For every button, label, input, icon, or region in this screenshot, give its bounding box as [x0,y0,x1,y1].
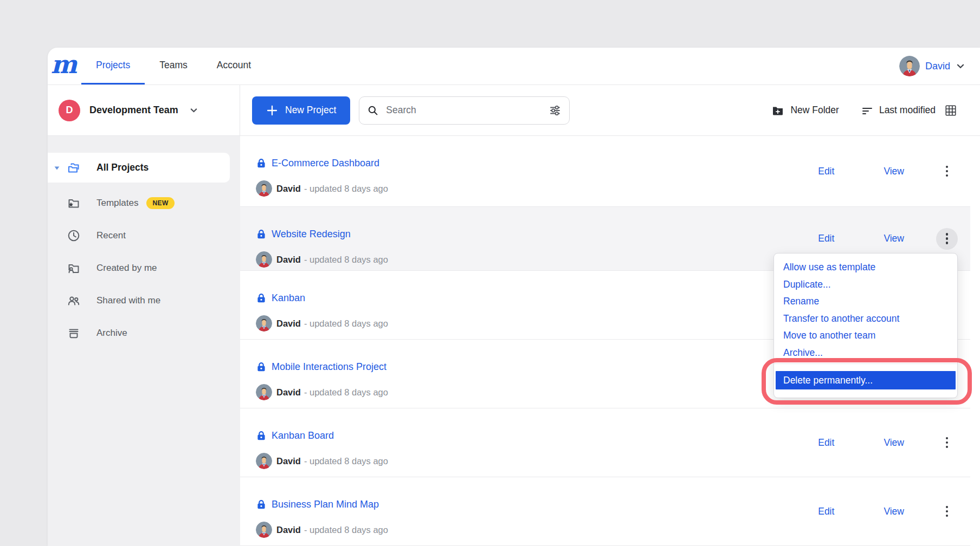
owner-name: David [276,525,301,535]
user-name: David [925,61,950,72]
owner-name: David [276,318,301,329]
grid-view-toggle[interactable] [944,104,957,117]
plus-icon [266,105,278,116]
view-button[interactable]: View [884,233,904,244]
sidebar-item-label: Archive [96,328,127,339]
new-folder-icon [771,104,784,117]
menu-item-move-team[interactable]: Move to another team [774,327,957,344]
archive-icon [67,326,81,340]
new-project-button[interactable]: New Project [252,96,350,125]
menu-separator [774,363,957,364]
edit-button[interactable]: Edit [818,506,834,517]
chevron-down-icon [189,106,198,115]
menu-item-rename[interactable]: Rename [774,293,957,310]
owner-avatar [256,315,272,332]
tab-account[interactable]: Account [202,48,266,84]
nav-tabs: Projects Teams Account [81,48,266,84]
lock-icon [256,158,267,168]
row-menu-kebab-icon[interactable] [936,432,958,453]
project-title-link[interactable]: Kanban [272,292,305,304]
sidebar-item-shared-with-me[interactable]: Shared with me [48,288,230,314]
edit-button[interactable]: Edit [818,437,834,448]
search-box [359,96,570,125]
updated-text: - updated 8 days ago [304,318,388,329]
view-button[interactable]: View [884,166,904,177]
sidebar-item-recent[interactable]: Recent [48,223,230,249]
project-title-link[interactable]: Business Plan Mind Map [272,499,379,510]
edit-button[interactable]: Edit [818,233,834,244]
lock-icon [256,430,267,441]
row-menu-kebab-icon[interactable] [936,228,958,250]
updated-text: - updated 8 days ago [304,255,388,265]
sidebar-item-all-projects[interactable]: All Projects [48,153,230,183]
sidebar: D Development Team [48,85,240,546]
search-icon [368,105,378,116]
view-button[interactable]: View [884,506,904,517]
project-context-menu: Allow use as template Duplicate... Renam… [773,253,958,398]
lock-icon [256,499,267,510]
lock-icon [256,361,267,372]
caret-down-icon[interactable] [54,165,60,171]
top-nav: m Projects Teams Account David [48,48,980,85]
menu-item-duplicate[interactable]: Duplicate... [774,276,957,294]
miro-logo[interactable]: m [55,48,73,84]
folder-person-icon [67,261,81,275]
updated-text: - updated 8 days ago [304,184,388,194]
updated-text: - updated 8 days ago [304,387,388,398]
menu-item-delete-permanently[interactable]: Delete permanently... [776,371,956,389]
filter-sliders-icon[interactable] [549,104,562,117]
lock-icon [256,292,267,303]
owner-avatar [256,251,272,268]
grid-icon [944,104,957,117]
sidebar-item-label: Templates [96,198,138,209]
updated-text: - updated 8 days ago [304,525,388,535]
project-title-link[interactable]: Mobile Interactions Project [272,361,386,373]
chevron-down-icon [956,61,965,71]
project-row-e-commerce-dashboard: E-Commerce Dashboard David - updated 8 d… [240,136,970,207]
owner-avatar [256,384,272,400]
team-name: Development Team [89,105,178,116]
tab-teams[interactable]: Teams [145,48,202,84]
search-input[interactable] [385,104,549,116]
menu-item-transfer-account[interactable]: Transfer to another account [774,310,957,328]
owner-name: David [276,255,301,265]
menu-item-allow-template[interactable]: Allow use as template [774,259,957,276]
owner-avatar [256,453,272,469]
people-icon [67,294,81,308]
sort-label: Last modified [879,105,936,116]
menu-item-archive[interactable]: Archive... [774,344,957,362]
sort-lines-icon [861,105,873,116]
view-button[interactable]: View [884,437,904,448]
sort-dropdown[interactable]: Last modified [861,105,936,116]
projects-folder-icon [67,161,81,175]
sidebar-item-label: Recent [96,230,126,241]
lock-icon [256,229,267,239]
project-row-kanban-board: Kanban Board David - updated 8 days ago … [240,408,970,477]
sidebar-item-archive[interactable]: Archive [48,320,230,346]
tab-projects[interactable]: Projects [81,48,145,84]
team-avatar: D [59,100,80,121]
user-menu[interactable]: David [899,48,980,84]
sidebar-item-templates[interactable]: Templates NEW [48,190,230,216]
app-window: m Projects Teams Account David D Develop… [0,0,980,546]
row-menu-kebab-icon[interactable] [936,500,958,522]
sidebar-item-label: All Projects [96,162,149,173]
sidebar-item-label: Shared with me [96,295,160,306]
owner-avatar [256,522,272,538]
row-menu-kebab-icon[interactable] [936,160,958,182]
user-avatar [899,56,920,76]
clock-icon [67,229,81,243]
project-title-link[interactable]: Website Redesign [272,229,351,240]
edit-button[interactable]: Edit [818,166,834,177]
new-folder-label: New Folder [790,105,839,116]
team-switcher[interactable]: D Development Team [48,85,240,136]
owner-name: David [276,456,301,466]
new-folder-button[interactable]: New Folder [771,104,839,117]
toolbar: New Project [240,85,980,136]
owner-name: David [276,184,301,194]
project-title-link[interactable]: Kanban Board [272,430,334,441]
project-row-business-plan-mind-map: Business Plan Mind Map David - updated 8… [240,477,970,546]
sidebar-item-created-by-me[interactable]: Created by me [48,255,230,281]
project-title-link[interactable]: E-Commerce Dashboard [272,158,379,169]
sidebar-item-label: Created by me [96,263,157,274]
